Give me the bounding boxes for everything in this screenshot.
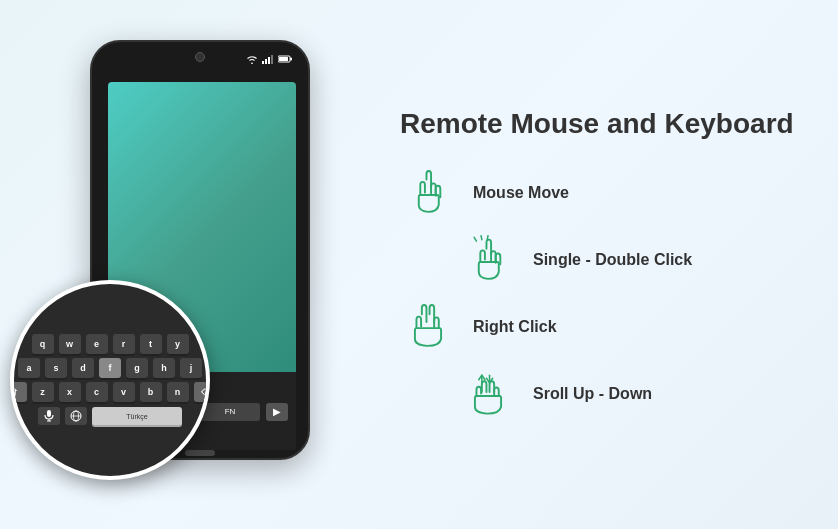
right-click-label: Right Click [473, 318, 557, 336]
feature-scroll: Sroll Up - Down [460, 367, 798, 422]
feature-single-double-click: Single - Double Click [460, 233, 798, 288]
scroll-icon [460, 367, 515, 422]
phone-mockup: ▾ ⟵ FN ▶ [40, 20, 360, 510]
svg-line-19 [474, 238, 476, 242]
battery-icon [278, 55, 292, 63]
feature-mouse-move: Mouse Move [400, 166, 798, 221]
svg-rect-3 [271, 55, 273, 64]
phone-status-bar [108, 54, 296, 64]
mouse-move-icon [400, 166, 455, 221]
svg-rect-13 [47, 410, 51, 417]
signal-icon [262, 54, 274, 64]
svg-rect-0 [262, 61, 264, 64]
svg-rect-2 [268, 57, 270, 64]
wifi-icon [246, 54, 258, 64]
scroll-label: Sroll Up - Down [533, 385, 652, 403]
svg-line-20 [481, 236, 482, 240]
right-click-icon [400, 300, 455, 355]
feature-list: Mouse Move Single - Doubl [400, 166, 798, 422]
content-section: Remote Mouse and Keyboard Mouse Move [360, 107, 798, 422]
page-title: Remote Mouse and Keyboard [400, 107, 798, 141]
phone-home-button [185, 450, 215, 456]
svg-rect-5 [290, 57, 292, 60]
feature-right-click: Right Click [400, 300, 798, 355]
keyboard-popup: q w e r t y a s d f g h j ⇧ z x c v b n … [10, 280, 210, 480]
svg-rect-6 [279, 57, 288, 61]
single-double-click-icon [460, 233, 515, 288]
svg-rect-1 [265, 59, 267, 64]
mouse-move-label: Mouse Move [473, 184, 569, 202]
single-double-click-label: Single - Double Click [533, 251, 692, 269]
